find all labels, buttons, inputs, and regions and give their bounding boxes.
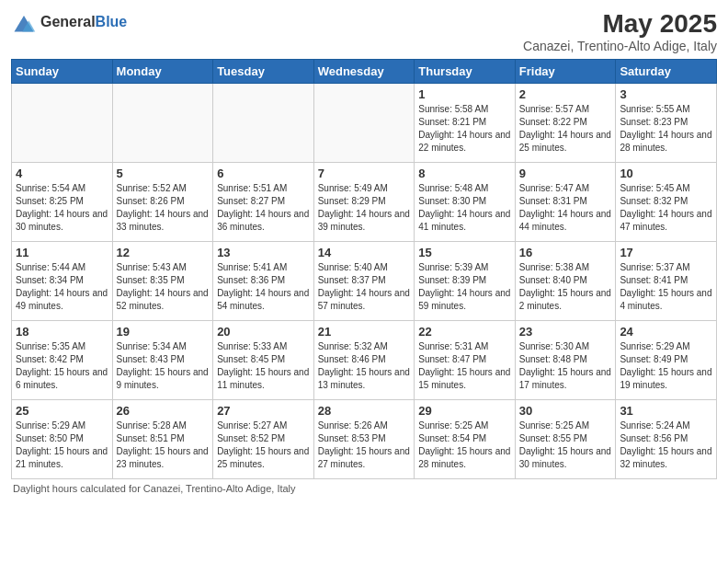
calendar-cell: 26Sunrise: 5:28 AMSunset: 8:51 PMDayligh… [112,400,213,479]
calendar-cell: 19Sunrise: 5:34 AMSunset: 8:43 PMDayligh… [112,321,213,400]
day-number: 17 [620,246,712,259]
calendar-cell [12,84,113,163]
calendar-cell: 6Sunrise: 5:51 AMSunset: 8:27 PMDaylight… [213,163,314,242]
cell-info: Sunrise: 5:54 AMSunset: 8:25 PMDaylight:… [16,182,108,234]
day-number: 3 [620,87,712,101]
day-number: 21 [318,325,411,339]
day-number: 23 [519,325,612,339]
day-number: 22 [418,325,511,339]
day-number: 5 [117,167,210,180]
cell-info: Sunrise: 5:57 AMSunset: 8:22 PMDaylight:… [519,103,612,155]
day-number: 11 [16,246,108,259]
calendar-cell: 23Sunrise: 5:30 AMSunset: 8:48 PMDayligh… [515,321,616,400]
day-number: 29 [418,404,511,418]
day-header-thursday: Thursday [415,60,516,84]
calendar-cell: 14Sunrise: 5:40 AMSunset: 8:37 PMDayligh… [313,242,415,321]
calendar-cell: 3Sunrise: 5:55 AMSunset: 8:23 PMDaylight… [616,84,717,163]
calendar-cell: 7Sunrise: 5:49 AMSunset: 8:29 PMDaylight… [313,163,415,242]
calendar-cell: 30Sunrise: 5:25 AMSunset: 8:55 PMDayligh… [515,400,616,479]
calendar-cell: 20Sunrise: 5:33 AMSunset: 8:45 PMDayligh… [213,321,314,400]
calendar-cell: 27Sunrise: 5:27 AMSunset: 8:52 PMDayligh… [213,400,314,479]
cell-info: Sunrise: 5:58 AMSunset: 8:21 PMDaylight:… [418,103,511,155]
day-number: 8 [418,167,511,180]
header: GeneralBlue May 2025 Canazei, Trentino-A… [11,9,717,53]
cell-info: Sunrise: 5:37 AMSunset: 8:41 PMDaylight:… [620,261,712,313]
calendar-cell: 2Sunrise: 5:57 AMSunset: 8:22 PMDaylight… [515,84,616,163]
calendar-cell: 18Sunrise: 5:35 AMSunset: 8:42 PMDayligh… [12,321,113,400]
calendar-cell [213,84,314,163]
cell-info: Sunrise: 5:40 AMSunset: 8:37 PMDaylight:… [318,261,411,313]
cell-info: Sunrise: 5:43 AMSunset: 8:35 PMDaylight:… [117,261,210,313]
cell-info: Sunrise: 5:35 AMSunset: 8:42 PMDaylight:… [16,340,108,392]
cell-info: Sunrise: 5:38 AMSunset: 8:40 PMDaylight:… [519,261,612,313]
calendar-cell: 17Sunrise: 5:37 AMSunset: 8:41 PMDayligh… [616,242,717,321]
day-header-tuesday: Tuesday [213,60,314,84]
logo-blue: Blue [96,14,128,29]
calendar-cell [112,84,213,163]
day-header-friday: Friday [515,60,616,84]
calendar-cell [313,84,415,163]
logo-icon [11,9,37,35]
day-header-monday: Monday [112,60,213,84]
day-number: 2 [519,87,612,101]
calendar-cell: 16Sunrise: 5:38 AMSunset: 8:40 PMDayligh… [515,242,616,321]
logo-general: General [40,14,96,29]
cell-info: Sunrise: 5:33 AMSunset: 8:45 PMDaylight:… [217,340,310,392]
main-title: May 2025 [523,9,717,39]
footer-note: Daylight hours calculated for Canazei, T… [11,483,717,494]
day-number: 27 [217,404,310,418]
cell-info: Sunrise: 5:44 AMSunset: 8:34 PMDaylight:… [16,261,108,313]
day-number: 9 [519,167,612,180]
day-number: 7 [318,167,411,180]
cell-info: Sunrise: 5:24 AMSunset: 8:56 PMDaylight:… [620,419,712,471]
calendar-cell: 24Sunrise: 5:29 AMSunset: 8:49 PMDayligh… [616,321,717,400]
calendar-cell: 28Sunrise: 5:26 AMSunset: 8:53 PMDayligh… [313,400,415,479]
cell-info: Sunrise: 5:28 AMSunset: 8:51 PMDaylight:… [117,419,210,471]
day-number: 4 [16,167,108,180]
cell-info: Sunrise: 5:25 AMSunset: 8:54 PMDaylight:… [418,419,511,471]
day-number: 25 [16,404,108,418]
day-header-sunday: Sunday [12,60,113,84]
day-number: 30 [519,404,612,418]
calendar-cell: 11Sunrise: 5:44 AMSunset: 8:34 PMDayligh… [12,242,113,321]
day-number: 19 [117,325,210,339]
calendar-cell: 15Sunrise: 5:39 AMSunset: 8:39 PMDayligh… [415,242,516,321]
calendar-cell: 31Sunrise: 5:24 AMSunset: 8:56 PMDayligh… [616,400,717,479]
subtitle: Canazei, Trentino-Alto Adige, Italy [523,39,717,53]
title-block: May 2025 Canazei, Trentino-Alto Adige, I… [523,9,717,53]
calendar-cell: 22Sunrise: 5:31 AMSunset: 8:47 PMDayligh… [415,321,516,400]
day-number: 6 [217,167,310,180]
cell-info: Sunrise: 5:34 AMSunset: 8:43 PMDaylight:… [117,340,210,392]
day-number: 18 [16,325,108,339]
cell-info: Sunrise: 5:39 AMSunset: 8:39 PMDaylight:… [418,261,511,313]
day-number: 20 [217,325,310,339]
day-number: 12 [117,246,210,259]
day-number: 14 [318,246,411,259]
calendar-cell: 8Sunrise: 5:48 AMSunset: 8:30 PMDaylight… [415,163,516,242]
day-number: 31 [620,404,712,418]
cell-info: Sunrise: 5:41 AMSunset: 8:36 PMDaylight:… [217,261,310,313]
calendar-cell: 10Sunrise: 5:45 AMSunset: 8:32 PMDayligh… [616,163,717,242]
day-header-wednesday: Wednesday [313,60,415,84]
calendar-cell: 25Sunrise: 5:29 AMSunset: 8:50 PMDayligh… [12,400,113,479]
cell-info: Sunrise: 5:27 AMSunset: 8:52 PMDaylight:… [217,419,310,471]
day-number: 15 [418,246,511,259]
cell-info: Sunrise: 5:52 AMSunset: 8:26 PMDaylight:… [117,182,210,234]
calendar-cell: 1Sunrise: 5:58 AMSunset: 8:21 PMDaylight… [415,84,516,163]
cell-info: Sunrise: 5:51 AMSunset: 8:27 PMDaylight:… [217,182,310,234]
calendar-table: SundayMondayTuesdayWednesdayThursdayFrid… [11,59,717,479]
cell-info: Sunrise: 5:55 AMSunset: 8:23 PMDaylight:… [620,103,712,155]
day-header-saturday: Saturday [616,60,717,84]
calendar-cell: 13Sunrise: 5:41 AMSunset: 8:36 PMDayligh… [213,242,314,321]
cell-info: Sunrise: 5:29 AMSunset: 8:49 PMDaylight:… [620,340,712,392]
calendar-cell: 21Sunrise: 5:32 AMSunset: 8:46 PMDayligh… [313,321,415,400]
calendar-cell: 4Sunrise: 5:54 AMSunset: 8:25 PMDaylight… [12,163,113,242]
day-number: 10 [620,167,712,180]
cell-info: Sunrise: 5:30 AMSunset: 8:48 PMDaylight:… [519,340,612,392]
calendar-cell: 5Sunrise: 5:52 AMSunset: 8:26 PMDaylight… [112,163,213,242]
cell-info: Sunrise: 5:26 AMSunset: 8:53 PMDaylight:… [318,419,411,471]
cell-info: Sunrise: 5:25 AMSunset: 8:55 PMDaylight:… [519,419,612,471]
calendar-cell: 29Sunrise: 5:25 AMSunset: 8:54 PMDayligh… [415,400,516,479]
cell-info: Sunrise: 5:45 AMSunset: 8:32 PMDaylight:… [620,182,712,234]
day-number: 16 [519,246,612,259]
